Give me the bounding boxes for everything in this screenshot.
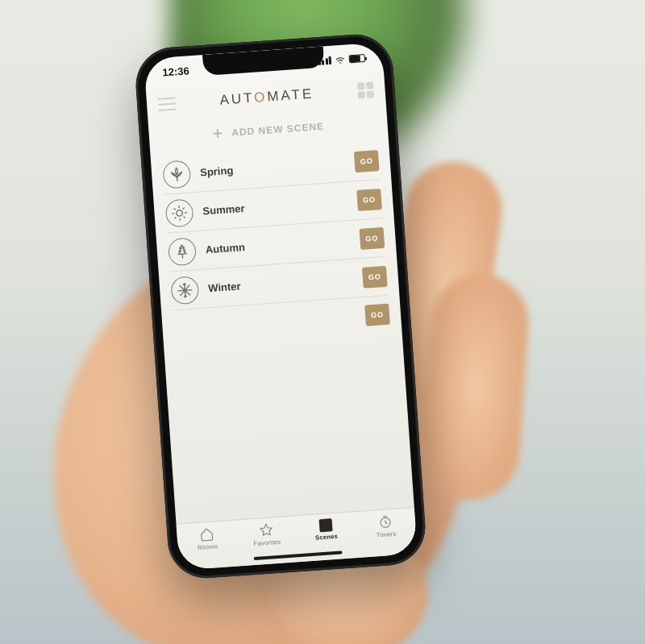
svg-point-0 — [177, 210, 183, 216]
summer-icon — [164, 198, 194, 227]
autumn-icon — [168, 237, 197, 266]
tab-bar: Rooms Favorites Scenes Timers — [176, 507, 417, 571]
scene-label: Spring — [200, 156, 356, 178]
status-time: 12:36 — [162, 64, 189, 78]
tab-timers[interactable]: Timers — [360, 513, 410, 540]
winter-icon — [170, 276, 199, 305]
wifi-icon — [334, 54, 346, 66]
go-button[interactable]: GO — [360, 226, 385, 249]
menu-icon[interactable] — [158, 97, 177, 110]
go-button[interactable]: GO — [356, 188, 382, 210]
plus-icon: + — [212, 123, 225, 144]
spring-icon — [162, 160, 191, 189]
go-button[interactable]: GO — [362, 265, 388, 288]
go-button[interactable]: GO — [354, 150, 380, 172]
scene-label: Autumn — [205, 233, 360, 256]
phone-frame: 12:36 AUTOMATE + ADD NEW SCENE — [133, 32, 427, 581]
scene-label: Summer — [202, 194, 358, 217]
go-button[interactable]: GO — [364, 304, 390, 326]
tab-label: Scenes — [315, 533, 339, 542]
tab-scenes[interactable]: Scenes — [302, 517, 352, 542]
tab-label: Rooms — [198, 542, 218, 551]
tab-label: Favorites — [253, 538, 281, 547]
home-indicator[interactable] — [254, 551, 343, 560]
cellular-icon — [318, 56, 331, 65]
add-new-scene-label: ADD NEW SCENE — [231, 121, 325, 139]
phone-screen: 12:36 AUTOMATE + ADD NEW SCENE — [144, 42, 418, 570]
star-icon — [259, 522, 274, 538]
clock-icon — [377, 514, 393, 530]
tab-rooms[interactable]: Rooms — [182, 526, 232, 552]
tab-label: Timers — [377, 530, 397, 539]
app-content: AUTOMATE + ADD NEW SCENE Spring GO — [146, 71, 418, 570]
status-indicators — [318, 52, 365, 67]
home-icon — [199, 526, 214, 542]
tab-favorites[interactable]: Favorites — [242, 521, 292, 548]
scenes-icon — [319, 518, 333, 532]
scene-list: Spring GO Summer GO Autumn GO — [151, 140, 400, 311]
grid-view-icon[interactable] — [357, 81, 374, 98]
scene-label: Winter — [208, 272, 364, 294]
brand-logo: AUTOMATE — [219, 86, 314, 109]
battery-icon — [348, 54, 365, 63]
